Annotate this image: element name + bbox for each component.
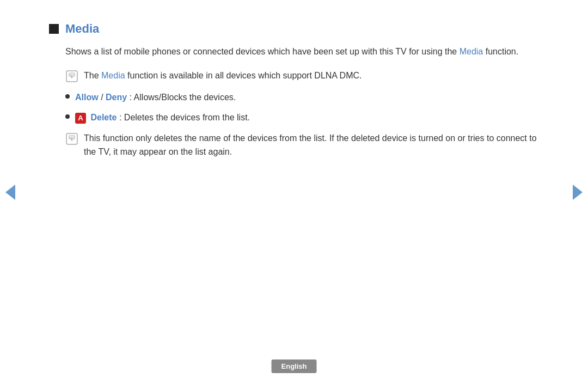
- content-area: Media Shows a list of mobile phones or c…: [49, 22, 539, 159]
- bullet-delete-text: A Delete : Deletes the devices from the …: [75, 111, 250, 125]
- sub-note-row: This function only deletes the name of t…: [49, 131, 539, 159]
- allow-deny-rest: : Allows/Blocks the devices.: [130, 93, 236, 102]
- svg-rect-0: [66, 71, 77, 82]
- bullet-dot-2: [65, 114, 70, 119]
- separator: /: [101, 93, 106, 102]
- page-container: Media Shows a list of mobile phones or c…: [0, 0, 588, 384]
- delete-label: Delete: [90, 113, 117, 122]
- bullet-list: Allow / Deny : Allows/Blocks the devices…: [49, 90, 539, 125]
- allow-label: Allow: [75, 93, 99, 102]
- bullet-item-delete: A Delete : Deletes the devices from the …: [65, 111, 539, 125]
- deny-label: Deny: [106, 93, 127, 102]
- description-text-after: function.: [483, 47, 518, 56]
- delete-badge: A: [75, 113, 86, 124]
- section-header: Media: [49, 22, 539, 36]
- section-square-icon: [49, 24, 59, 34]
- note-1-text: The Media function is available in all d…: [84, 69, 362, 83]
- section-description: Shows a list of mobile phones or connect…: [49, 45, 539, 59]
- bullet-allow-deny-text: Allow / Deny : Allows/Blocks the devices…: [75, 90, 236, 105]
- sub-note-icon: [65, 132, 78, 145]
- prev-page-arrow[interactable]: [5, 185, 15, 200]
- note-row-1: The Media function is available in all d…: [49, 69, 539, 83]
- note-icon-1: [65, 70, 78, 83]
- language-label[interactable]: English: [272, 359, 317, 373]
- delete-rest: : Deletes the devices from the list.: [119, 113, 250, 122]
- svg-rect-3: [66, 133, 77, 144]
- bullet-item-allow-deny: Allow / Deny : Allows/Blocks the devices…: [65, 90, 539, 105]
- description-text-before: Shows a list of mobile phones or connect…: [65, 47, 460, 56]
- section-title: Media: [65, 22, 99, 36]
- note-1-media-link: Media: [101, 71, 125, 80]
- description-media-link: Media: [460, 47, 483, 56]
- bullet-dot-1: [65, 94, 70, 99]
- sub-note-text: This function only deletes the name of t…: [84, 131, 539, 159]
- next-page-arrow[interactable]: [573, 185, 583, 200]
